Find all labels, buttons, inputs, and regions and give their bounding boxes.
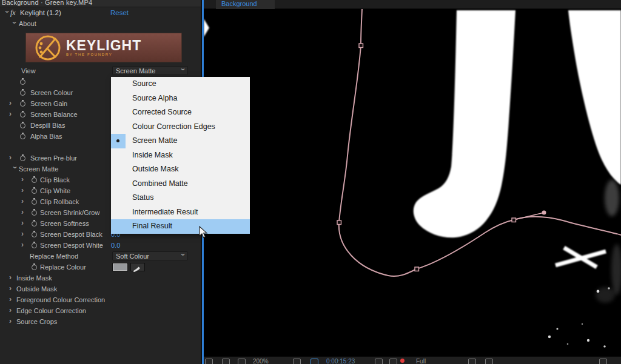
param-label: Screen Colour [30,89,73,96]
view-menu-item[interactable]: Colour Correction Edges [111,120,250,134]
expand-chevron-icon[interactable] [21,209,27,216]
view-menu-item[interactable]: Inside Mask [111,148,250,163]
mask-vertex[interactable] [337,220,341,225]
resolution[interactable]: Full [416,358,426,364]
view-menu-item[interactable]: Source Alpha [111,91,250,106]
param-label: Inside Mask [16,274,52,282]
param-label: Replace Method [30,253,78,260]
tab-background[interactable]: Background [216,0,275,9]
param-row: Replace Colour [0,262,201,273]
stopwatch-icon[interactable] [31,198,38,205]
expand-chevron-icon[interactable] [9,154,15,162]
param-label: Outside Mask [16,285,57,293]
view-menu-item[interactable]: Source [111,77,250,91]
param-label: Clip Black [40,176,70,184]
param-value[interactable]: 0.0 [111,242,120,249]
flowchart-icon[interactable] [205,359,213,364]
viewer-tab-bar: Background [204,0,621,9]
view-select[interactable]: Screen Matte [112,66,188,75]
about-label: About [19,20,36,27]
banner-title: KEYLIGHT [66,39,141,52]
stopwatch-icon[interactable] [19,111,26,118]
view-menu-item[interactable]: Outside Mask [111,162,250,177]
transparency-grid-icon[interactable] [389,359,397,364]
preview-time[interactable]: 0:00:15:23 [326,358,355,364]
record-indicator[interactable] [400,359,404,363]
color-swatch[interactable] [112,263,128,271]
stopwatch-icon[interactable] [19,154,26,162]
expand-chevron-icon[interactable] [9,318,15,325]
stopwatch-icon[interactable] [31,176,38,184]
menu-item-label: Inside Mask [132,151,173,159]
region-icon[interactable] [468,359,476,364]
composition-viewport [204,9,621,356]
expand-chevron-icon[interactable] [11,167,18,173]
magnification-ratio[interactable]: 200% [253,358,269,364]
menu-item-label: Intermediate Result [132,208,198,216]
camera-icon[interactable] [375,359,383,364]
expand-chevron-icon[interactable] [9,100,15,107]
viewer-toolbar: 200%0:00:15:23Full [204,356,621,364]
keylight-banner: KEYLIGHT BY THE FOUNDRY [25,33,182,62]
mask-toggle-icon[interactable] [238,359,246,364]
stopwatch-icon[interactable] [19,89,26,96]
expand-chevron-icon[interactable] [21,231,27,238]
effect-name: Keylight (1.2) [20,9,61,16]
mask-vertex[interactable] [512,218,516,222]
stopwatch-icon[interactable] [19,133,26,140]
about-chevron-icon[interactable] [10,22,18,28]
expand-chevron-icon[interactable] [21,220,27,227]
collapse-chevron-icon[interactable] [3,11,10,17]
expand-chevron-icon[interactable] [21,176,27,184]
param-label: Screen Shrink/Grow [40,209,99,216]
exposure-icon[interactable] [599,359,607,364]
stopwatch-icon[interactable] [31,187,38,194]
eyedropper-icon[interactable] [130,263,145,271]
reset-button[interactable]: Reset [110,9,129,16]
view-label: View [21,67,36,74]
stopwatch-icon[interactable] [31,263,38,271]
choose-grid-icon[interactable] [293,359,301,364]
effect-header-row: fx Keylight (1.2) Reset [0,7,201,19]
about-row: About [0,19,201,29]
menu-item-label: Source Alpha [132,94,177,102]
stopwatch-icon[interactable] [31,209,38,216]
view-menu-item[interactable]: Screen Matte [111,134,250,148]
stopwatch-icon[interactable] [19,122,26,129]
mouse-cursor [199,226,209,239]
stopwatch-icon[interactable] [31,231,38,238]
view-menu-item[interactable]: Status [111,191,250,205]
view-menu-item[interactable]: Intermediate Result [111,205,250,220]
stopwatch-icon[interactable] [31,242,38,249]
expand-chevron-icon[interactable] [21,187,27,194]
expand-chevron-icon[interactable] [21,242,27,249]
expand-chevron-icon[interactable] [21,198,27,205]
panel-header: Background · Green key.MP4 [0,0,201,7]
expand-chevron-icon[interactable] [9,285,15,293]
mask-vertex[interactable] [415,267,419,271]
bezier-handle-dot[interactable] [542,211,546,215]
view-menu-item[interactable]: Combined Matte [111,177,250,191]
param-row: Screen Despot White0.0 [0,240,201,251]
mask-vertex[interactable] [359,44,363,48]
expand-chevron-icon[interactable] [9,111,15,118]
param-label: Screen Matte [19,165,58,173]
chevron-down-icon [179,68,186,74]
expand-chevron-icon[interactable] [9,274,15,282]
stopwatch-icon[interactable] [31,220,38,227]
stopwatch-icon[interactable] [19,78,26,85]
param-select[interactable]: Soft Colour [112,251,188,260]
matte-preview [204,9,621,356]
menu-item-label: Final Result [132,222,172,230]
pixel-aspect-icon[interactable] [485,359,493,364]
view-menu-item[interactable]: Corrected Source [111,105,250,120]
expand-chevron-icon[interactable] [9,296,15,303]
snapshot-icon[interactable] [310,359,318,364]
view-menu-item[interactable]: Final Result [111,219,250,234]
chevron-down-icon [179,254,186,260]
param-label: Screen Pre-blur [30,154,77,162]
expand-chevron-icon[interactable] [9,307,15,314]
menu-item-label: Screen Matte [132,136,177,145]
stopwatch-icon[interactable] [19,100,26,107]
region-of-interest-icon[interactable] [222,359,230,364]
